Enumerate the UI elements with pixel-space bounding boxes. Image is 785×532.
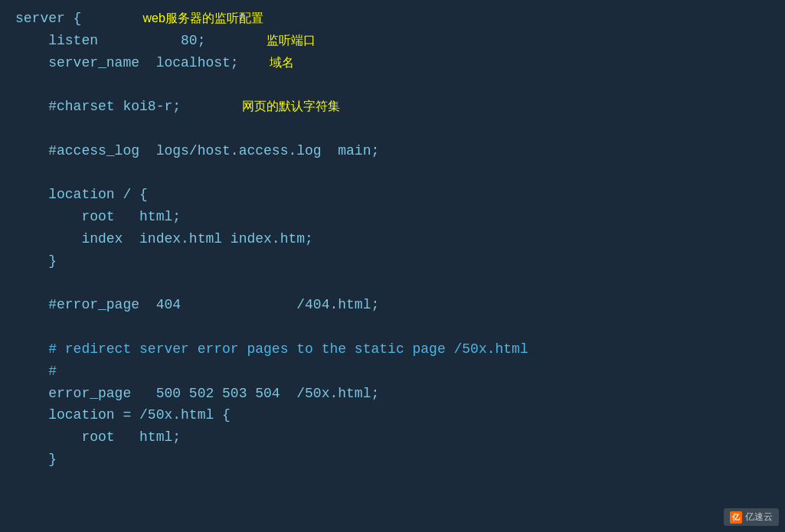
code-line-17: #: [15, 361, 770, 383]
code-line-20: root html;: [15, 426, 770, 449]
code-text: server_name localhost;: [15, 52, 239, 74]
code-text: root html;: [15, 206, 181, 228]
code-text: location = /50x.html {: [15, 404, 231, 426]
code-line-12: }: [15, 250, 770, 273]
code-text: #access_log logs/host.access.log main;: [15, 140, 379, 162]
code-container: server { web服务器的监听配置 listen 80; 监听端口 ser…: [0, 0, 785, 532]
code-text: index index.html index.htm;: [15, 228, 313, 250]
code-text: #: [15, 361, 57, 383]
code-text: # redirect server error pages to the sta…: [15, 338, 528, 361]
annotation-3: 域名: [270, 53, 294, 73]
code-text: root html;: [15, 426, 181, 449]
code-line-4: [15, 73, 770, 96]
code-text: #error_page 404 /404.html;: [15, 294, 379, 316]
annotation-1: web服务器的监听配置: [142, 8, 263, 28]
watermark-text: 亿速云: [745, 511, 773, 524]
code-line-1: server { web服务器的监听配置: [15, 8, 770, 30]
code-line-19: location = /50x.html {: [15, 404, 770, 426]
code-text: #charset koi8-r;: [15, 96, 181, 118]
code-line-16: # redirect server error pages to the sta…: [15, 338, 770, 361]
code-line-13: [15, 273, 770, 295]
code-line-7: #access_log logs/host.access.log main;: [15, 140, 770, 162]
code-line-15: [15, 316, 770, 338]
code-line-14: #error_page 404 /404.html;: [15, 294, 770, 316]
code-line-5: #charset koi8-r; 网页的默认字符集: [15, 96, 770, 118]
code-line-18: error_page 500 502 503 504 /50x.html;: [15, 383, 770, 405]
code-text: }: [15, 250, 57, 273]
code-line-6: [15, 118, 770, 140]
watermark: 亿 亿速云: [724, 508, 779, 526]
watermark-icon: 亿: [730, 511, 742, 524]
code-line-10: root html;: [15, 206, 770, 228]
code-line-2: listen 80; 监听端口: [15, 30, 770, 52]
code-text: location / {: [15, 184, 148, 206]
code-text: listen 80;: [15, 30, 205, 52]
code-line-11: index index.html index.htm;: [15, 228, 770, 250]
code-line-21: }: [15, 449, 770, 471]
code-text: }: [15, 449, 57, 471]
code-line-8: [15, 162, 770, 184]
code-text: error_page 500 502 503 504 /50x.html;: [15, 383, 379, 405]
code-line-3: server_name localhost; 域名: [15, 52, 770, 74]
annotation-2: 监听端口: [267, 31, 316, 51]
code-line-9: location / {: [15, 184, 770, 206]
annotation-5: 网页的默认字符集: [242, 96, 340, 116]
code-text: server {: [15, 8, 81, 30]
